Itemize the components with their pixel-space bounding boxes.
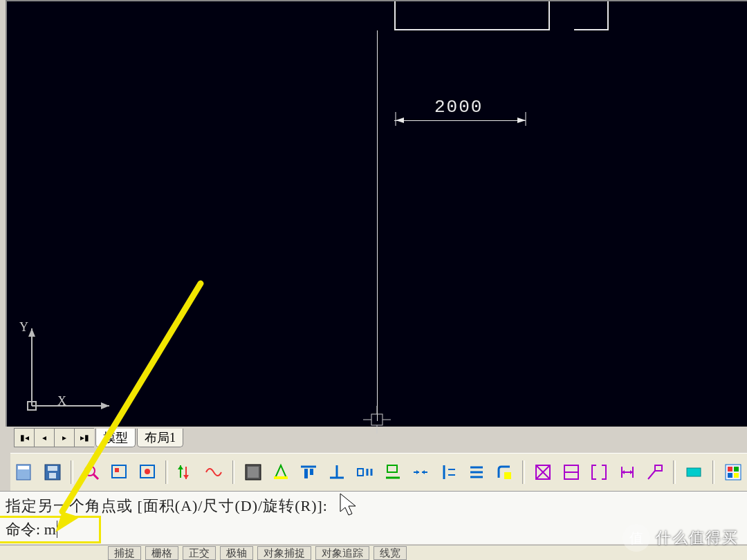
box-x-icon[interactable]	[531, 459, 555, 485]
tab-last-button[interactable]: ▸▮	[74, 428, 94, 447]
svg-rect-53	[504, 472, 511, 479]
drawing-viewport[interactable]: 2000 X Y	[6, 0, 747, 427]
svg-line-64	[648, 471, 655, 479]
tab-first-button[interactable]: ▮◂	[14, 428, 34, 447]
status-ortho[interactable]: 正交	[183, 546, 216, 560]
layer-icon[interactable]	[240, 459, 265, 485]
flag-icon[interactable]	[380, 459, 405, 485]
bracket-icon[interactable]	[587, 459, 611, 485]
wave-icon[interactable]	[201, 459, 226, 485]
list-icon[interactable]	[464, 459, 489, 485]
svg-rect-71	[734, 473, 739, 478]
svg-rect-34	[304, 469, 308, 478]
svg-rect-22	[115, 468, 119, 472]
ucs-icon: X Y	[19, 321, 116, 418]
tab-layout1[interactable]: 布局1	[137, 429, 183, 447]
svg-rect-32	[274, 476, 288, 479]
svg-rect-18	[49, 473, 56, 478]
svg-marker-7	[28, 328, 35, 337]
svg-rect-9	[371, 414, 382, 425]
fit-icon[interactable]	[107, 459, 131, 485]
svg-marker-3	[517, 118, 526, 123]
tab-prev-button[interactable]: ◂	[34, 428, 54, 447]
status-lw[interactable]: 线宽	[374, 546, 407, 560]
props-icon[interactable]	[720, 459, 745, 485]
status-polar[interactable]: 极轴	[220, 546, 253, 560]
svg-rect-65	[655, 465, 662, 471]
svg-rect-66	[687, 468, 701, 476]
svg-line-20	[93, 474, 98, 479]
dim-h-icon[interactable]	[614, 459, 639, 485]
tab-model[interactable]: 模型	[95, 429, 136, 447]
command-input-row[interactable]: 命令: m	[0, 518, 99, 541]
command-label: 命令:	[6, 521, 40, 538]
shape-edge	[607, 1, 609, 30]
svg-marker-31	[275, 465, 286, 478]
align-top-icon[interactable]	[296, 459, 321, 485]
shape-edge	[548, 1, 550, 30]
highlight-icon[interactable]	[268, 459, 293, 485]
svg-marker-5	[101, 402, 109, 409]
file-icon[interactable]	[12, 459, 37, 485]
svg-marker-45	[416, 470, 419, 474]
svg-marker-26	[178, 465, 183, 469]
status-osnap[interactable]: 对象捕捉	[257, 546, 311, 560]
status-otrack[interactable]: 对象追踪	[315, 546, 369, 560]
perp-icon[interactable]	[324, 459, 349, 485]
svg-marker-28	[183, 475, 189, 479]
shape-edge	[394, 29, 550, 30]
layout-tabs: ▮◂ ◂ ▸ ▸▮ 模型 布局1	[14, 427, 183, 448]
tab-next-button[interactable]: ▸	[54, 428, 74, 447]
svg-rect-41	[387, 465, 397, 472]
svg-rect-17	[48, 466, 57, 471]
vertical-line	[377, 30, 378, 421]
gap-icon[interactable]	[352, 459, 377, 485]
svg-rect-35	[310, 469, 313, 475]
toggle-a-icon[interactable]	[174, 459, 199, 485]
status-snap[interactable]: 捕捉	[108, 546, 141, 560]
status-grid[interactable]: 栅格	[145, 546, 178, 560]
cyan-layer-icon[interactable]	[681, 459, 706, 485]
ucs-y-label: Y	[19, 320, 28, 335]
command-input[interactable]: m	[44, 521, 57, 538]
offset-h-icon[interactable]	[436, 459, 461, 485]
watermark-text: 什么值得买	[656, 528, 739, 548]
watermark-badge: 值	[622, 524, 650, 552]
bottom-toolbar	[10, 453, 747, 491]
command-history-line: 指定另一个角点或 [面积(A)/尺寸(D)/旋转(R)]:	[0, 494, 747, 518]
svg-marker-2	[396, 118, 404, 123]
corner-icon[interactable]	[492, 459, 517, 485]
svg-rect-69	[734, 467, 739, 472]
svg-rect-30	[248, 467, 259, 478]
svg-rect-68	[728, 467, 732, 472]
svg-point-24	[145, 469, 150, 474]
zoom-window-icon[interactable]	[79, 459, 104, 485]
dimension-value: 2000	[434, 97, 483, 118]
svg-point-19	[85, 466, 95, 476]
crosshair-cursor-icon	[363, 406, 391, 433]
save-icon[interactable]	[39, 459, 64, 485]
svg-rect-70	[728, 473, 732, 478]
ucs-x-label: X	[57, 394, 66, 409]
watermark: 值 什么值得买	[622, 524, 739, 552]
svg-rect-38	[358, 469, 363, 476]
tangent-icon[interactable]	[408, 459, 433, 485]
pan-icon[interactable]	[134, 459, 159, 485]
svg-marker-46	[422, 470, 425, 474]
svg-rect-15	[18, 466, 29, 469]
shape-edge	[574, 29, 609, 30]
shape-edge	[394, 1, 396, 30]
note-icon[interactable]	[643, 459, 667, 485]
box-h-icon[interactable]	[559, 459, 584, 485]
